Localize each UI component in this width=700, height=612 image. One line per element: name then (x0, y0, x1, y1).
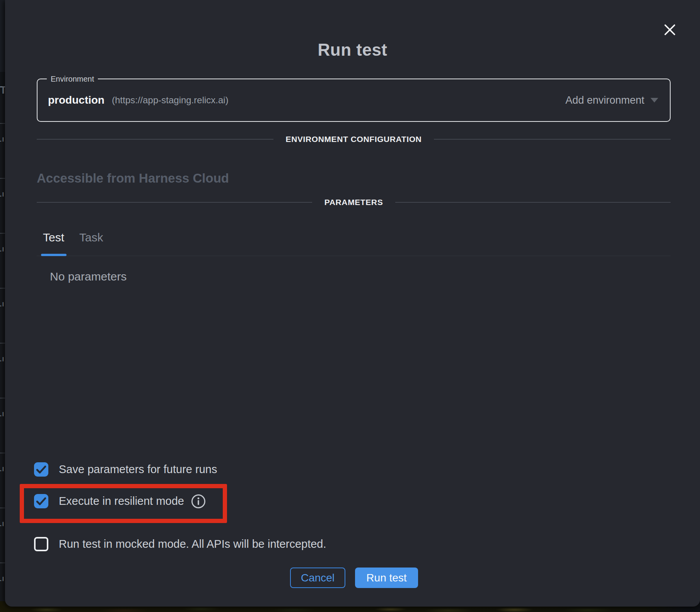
info-icon[interactable] (190, 493, 207, 509)
divider-line (37, 139, 273, 140)
background-row-divider (0, 508, 5, 508)
background-block (0, 0, 5, 72)
environment-selected-row: production (https://app-staging.relicx.a… (48, 79, 229, 121)
save-parameters-label: Save parameters for future runs (59, 462, 217, 477)
accessible-from-harness-cloud-note: Accessible from Harness Cloud (37, 171, 229, 186)
background-text-fragment: T (0, 84, 5, 96)
checkmark-icon (34, 494, 48, 508)
environment-configuration-divider: ENVIRONMENT CONFIGURATION (37, 135, 671, 144)
mocked-mode-checkbox[interactable] (34, 537, 48, 551)
background-text-fragment: .l l (0, 192, 5, 197)
background-text-fragment: .l l (0, 412, 5, 417)
resilient-mode-label: Execute in resilient mode (59, 494, 184, 508)
background-text-fragment: .l l (0, 137, 5, 142)
environment-configuration-heading: ENVIRONMENT CONFIGURATION (273, 135, 434, 144)
divider-line (434, 139, 671, 140)
background-row-divider (0, 123, 5, 124)
active-tab-indicator (41, 254, 67, 256)
background-row-divider (0, 398, 5, 398)
run-test-button[interactable]: Run test (355, 568, 418, 588)
save-parameters-checkbox[interactable] (34, 462, 48, 477)
background-text-fragment: .l l (0, 302, 5, 307)
background-row-divider (0, 178, 5, 179)
screen: T .l l .l l .l l .l l .l l .l l .l l .l … (0, 0, 700, 612)
no-parameters-text: No parameters (50, 270, 126, 283)
background-row-divider (0, 562, 5, 563)
background-text-fragment: .l l (0, 521, 5, 527)
tab-test[interactable]: Test (43, 231, 64, 244)
cancel-button[interactable]: Cancel (290, 568, 345, 588)
dialog-title: Run test (5, 40, 700, 60)
environment-field[interactable]: Environment production (https://app-stag… (37, 79, 671, 122)
parameters-heading: PARAMETERS (312, 198, 395, 207)
environment-url: (https://app-staging.relicx.ai) (112, 95, 228, 106)
background-text-fragment: .l l (0, 357, 5, 362)
environment-value: production (48, 94, 104, 106)
background-row-divider (0, 233, 5, 234)
mocked-mode-label: Run test in mocked mode. All APIs will b… (59, 537, 326, 551)
background-text-fragment: .l l (0, 467, 5, 472)
chevron-down-icon (650, 98, 658, 103)
background-row-divider (0, 453, 5, 453)
tab-strip-border (37, 256, 671, 256)
background-text-fragment: .l l (0, 576, 5, 582)
checkmark-icon (34, 462, 48, 477)
add-environment-dropdown[interactable]: Add environment (565, 79, 658, 121)
background-row-divider (0, 288, 5, 289)
tab-task[interactable]: Task (79, 231, 103, 244)
run-test-dialog: Run test Environment production (https:/… (5, 0, 700, 607)
divider-line (37, 202, 312, 203)
add-environment-label: Add environment (565, 94, 644, 106)
close-icon (662, 33, 678, 39)
parameters-divider: PARAMETERS (37, 198, 671, 207)
background-row-divider (0, 343, 5, 344)
parameters-tabs: Test Task (37, 224, 671, 257)
background-sidebar-sliver: T .l l .l l .l l .l l .l l .l l .l l .l … (0, 0, 5, 612)
background-text-fragment: .l l (0, 247, 5, 252)
divider-line (395, 202, 671, 203)
close-button[interactable] (661, 21, 679, 39)
resilient-mode-checkbox[interactable] (34, 494, 48, 508)
